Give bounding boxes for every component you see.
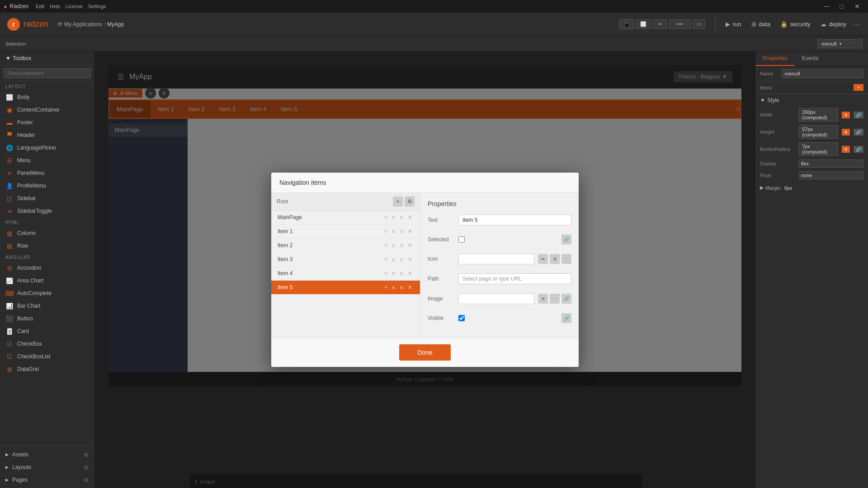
breadcrumb-app[interactable]: My Applications xyxy=(64,21,102,28)
toolbar-more[interactable]: ⋯ xyxy=(853,19,861,29)
menu-license[interactable]: License xyxy=(66,4,83,9)
image-clear-btn[interactable]: ✕ xyxy=(538,294,548,304)
deploy-action[interactable]: ☁ deploy xyxy=(817,19,850,29)
toolbox-area-chart[interactable]: 📈 Area Chart xyxy=(0,274,94,287)
tab-properties[interactable]: Properties xyxy=(755,52,795,66)
menu-edit[interactable]: Edit xyxy=(36,4,44,9)
device-mobile[interactable]: 📱 xyxy=(619,19,634,29)
device-tablet[interactable]: ⬜ xyxy=(636,19,651,29)
win-minimize[interactable]: ─ xyxy=(820,2,834,11)
tree-item-item2[interactable]: Item 2 + ∧ ∨ ✕ xyxy=(271,239,420,253)
toolbox-column[interactable]: ▥ Column xyxy=(0,227,94,239)
width-clear-btn[interactable]: ✕ xyxy=(842,112,850,118)
toolbox-menu[interactable]: ☰ Menu xyxy=(0,154,94,167)
visible-link-btn[interactable]: 🔗 xyxy=(561,313,571,323)
item-add-btn[interactable]: + xyxy=(383,214,389,221)
toolbox-checkbox[interactable]: ☑ CheckBox xyxy=(0,338,94,350)
tree-settings-button[interactable]: ⚙ xyxy=(405,197,415,206)
image-input[interactable] xyxy=(458,293,534,304)
tree-item-item5[interactable]: Item 5 + ∧ ∨ ✕ xyxy=(271,281,420,295)
win-close[interactable]: ✕ xyxy=(850,2,864,11)
text-input[interactable] xyxy=(458,215,571,225)
layouts-item[interactable]: ▶ Layouts ⊕ xyxy=(0,461,94,474)
item5-delete-btn[interactable]: ✕ xyxy=(406,284,414,291)
assets-item[interactable]: ▶ Assets ⊕ xyxy=(0,448,94,461)
items-add-button[interactable]: + xyxy=(854,84,863,91)
toolbox-sidebartoggle[interactable]: ⇔ SidebarToggle xyxy=(0,205,94,217)
toolbox-bar-chart[interactable]: 📊 Bar Chart xyxy=(0,300,94,312)
item-down-btn[interactable]: ∨ xyxy=(398,214,405,221)
margin-header[interactable]: ▶ Margin 0px xyxy=(760,183,863,192)
border-radius-link-btn[interactable]: 🔗 xyxy=(854,146,863,153)
item1-up-btn[interactable]: ∧ xyxy=(390,228,397,235)
item1-add-btn[interactable]: + xyxy=(383,228,389,235)
item2-down-btn[interactable]: ∨ xyxy=(398,242,405,249)
border-radius-clear-btn[interactable]: ✕ xyxy=(842,146,850,153)
float-select[interactable]: none left right xyxy=(799,171,863,179)
item3-up-btn[interactable]: ∧ xyxy=(390,256,397,263)
toolbox-button[interactable]: ⬛ Button xyxy=(0,312,94,325)
item4-delete-btn[interactable]: ✕ xyxy=(406,270,414,277)
toolbox-datagrid[interactable]: ⊞ DataGrid xyxy=(0,363,94,375)
display-select[interactable]: flex block inline none xyxy=(799,160,863,168)
toolbox-body[interactable]: ⬜ Body xyxy=(0,91,94,103)
icon-more-btn[interactable]: ⋯ xyxy=(561,254,571,264)
icon-edit-btn[interactable]: ✏ xyxy=(538,254,548,264)
device-wide[interactable]: ━━ xyxy=(669,19,691,29)
toolbox-checkboxlist[interactable]: ☑ CheckBoxList xyxy=(0,350,94,363)
width-link-btn[interactable]: 🔗 xyxy=(854,112,863,118)
height-link-btn[interactable]: 🔗 xyxy=(854,129,863,136)
item5-add-btn[interactable]: + xyxy=(383,284,389,291)
menu-settings[interactable]: Settings xyxy=(88,4,106,9)
item5-down-btn[interactable]: ∨ xyxy=(398,284,405,291)
device-desktop[interactable]: ━ xyxy=(652,19,667,29)
item3-delete-btn[interactable]: ✕ xyxy=(406,256,414,263)
selection-dropdown[interactable]: menu9 ▼ xyxy=(817,39,863,48)
image-more-btn[interactable]: ⋯ xyxy=(550,294,560,304)
item3-down-btn[interactable]: ∨ xyxy=(398,256,405,263)
device-full[interactable]: ▭ xyxy=(693,19,705,29)
item-up-btn[interactable]: ∧ xyxy=(390,214,397,221)
menu-help[interactable]: Help xyxy=(50,4,60,9)
data-action[interactable]: ⊞ data xyxy=(748,19,774,29)
item3-add-btn[interactable]: + xyxy=(383,256,389,263)
done-button[interactable]: Done xyxy=(399,344,450,361)
item2-add-btn[interactable]: + xyxy=(383,242,389,249)
toolbox-profilemenu[interactable]: 👤 ProfileMenu xyxy=(0,179,94,192)
toolbox-contentcontainer[interactable]: ▣ ContentContainer xyxy=(0,103,94,116)
height-clear-btn[interactable]: ✕ xyxy=(842,129,850,136)
tab-events[interactable]: Events xyxy=(795,52,826,66)
tree-item-item4[interactable]: Item 4 + ∧ ∨ ✕ xyxy=(271,267,420,281)
icon-input[interactable] xyxy=(458,253,534,264)
tree-item-item3[interactable]: Item 3 + ∧ ∨ ✕ xyxy=(271,253,420,267)
toolbox-footer[interactable]: ▬ Footer xyxy=(0,116,94,129)
image-link-btn[interactable]: 🔗 xyxy=(561,294,571,304)
run-action[interactable]: ▶ run xyxy=(722,19,745,29)
item4-down-btn[interactable]: ∨ xyxy=(398,270,405,277)
selected-link-btn[interactable]: 🔗 xyxy=(561,235,571,244)
selected-checkbox[interactable] xyxy=(458,236,465,243)
search-input[interactable] xyxy=(4,68,91,78)
toolbox-sidebar[interactable]: ◫ Sidebar xyxy=(0,192,94,205)
toolbox-header[interactable]: ▀ Header xyxy=(0,129,94,141)
icon-clear-btn[interactable]: ✕ xyxy=(550,254,560,264)
toolbox-accordion[interactable]: ⊟ Accordion xyxy=(0,262,94,274)
item4-up-btn[interactable]: ∧ xyxy=(390,270,397,277)
visible-checkbox[interactable] xyxy=(458,315,465,321)
tree-item-mainpage[interactable]: MainPage + ∧ ∨ ✕ xyxy=(271,211,420,225)
toolbox-autocomplete[interactable]: ⌨ AutoComplete xyxy=(0,287,94,300)
item5-up-btn[interactable]: ∧ xyxy=(390,284,397,291)
toolbox-languagepicker[interactable]: 🌐 LanguagePicker xyxy=(0,141,94,154)
item2-delete-btn[interactable]: ✕ xyxy=(406,242,414,249)
security-action[interactable]: 🔒 security xyxy=(777,19,814,29)
path-select[interactable]: Select page or type URL xyxy=(458,273,571,284)
item-delete-btn[interactable]: ✕ xyxy=(406,214,414,221)
item1-delete-btn[interactable]: ✕ xyxy=(406,228,414,235)
style-header[interactable]: ▼ Style xyxy=(755,94,868,106)
pages-item[interactable]: ▶ Pages ⊕ xyxy=(0,474,94,486)
toolbox-card[interactable]: 🃏 Card xyxy=(0,325,94,338)
win-maximize[interactable]: □ xyxy=(835,2,848,11)
item1-down-btn[interactable]: ∨ xyxy=(398,228,405,235)
tree-add-button[interactable]: + xyxy=(393,197,403,206)
toolbox-panelmenu[interactable]: ≡ PanelMenu xyxy=(0,167,94,179)
